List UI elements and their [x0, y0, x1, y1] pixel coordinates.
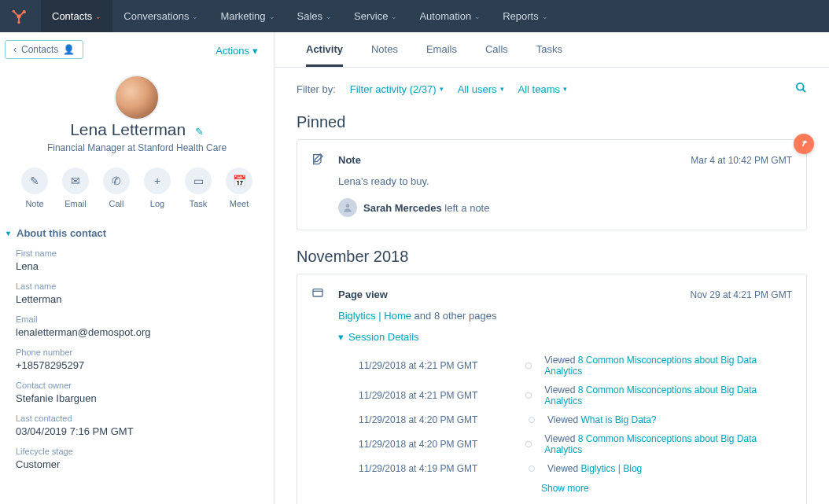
- session-row: 11/29/2018 at 4:21 PM GMTViewed 8 Common…: [359, 381, 792, 410]
- chevron-down-icon: ▾: [252, 45, 258, 57]
- back-label: Contacts: [21, 44, 58, 55]
- field-first-name: First nameLena: [16, 248, 258, 272]
- card-type: Page view: [338, 289, 388, 300]
- chevron-down-icon: ▾: [6, 229, 10, 237]
- back-button[interactable]: ‹ Contacts 👤: [5, 40, 83, 59]
- nav-reports[interactable]: Reports⌄: [492, 0, 559, 32]
- note-action-icon: ✎: [21, 167, 48, 194]
- filter-bar: Filter by: Filter activity (2/37)▾ All u…: [274, 68, 829, 96]
- session-link[interactable]: Biglytics | Blog: [580, 463, 642, 474]
- avatar: [114, 75, 160, 120]
- chevron-down-icon: ⌄: [95, 13, 101, 20]
- filter-teams[interactable]: All teams▾: [518, 83, 567, 95]
- contact-name: Lena Letterman: [70, 120, 186, 138]
- search-icon[interactable]: [795, 82, 807, 96]
- timeline-dot: [529, 417, 535, 423]
- page-link[interactable]: Biglytics | Home: [338, 310, 411, 322]
- session-link[interactable]: 8 Common Misconceptions about Big Data A…: [544, 433, 757, 455]
- session-row: 11/29/2018 at 4:20 PM GMTViewed 8 Common…: [359, 429, 792, 459]
- sidebar: ‹ Contacts 👤 Actions ▾ Lena Letterman ✎ …: [0, 32, 274, 504]
- contact-icon: 👤: [63, 44, 75, 55]
- field-email: Emaillenaletterman@demospot.org: [16, 315, 258, 338]
- page-suffix: and 8 other pages: [411, 310, 496, 322]
- chevron-down-icon: ⌄: [192, 13, 198, 20]
- chevron-down-icon: ▾: [500, 85, 504, 93]
- tab-notes[interactable]: Notes: [371, 43, 398, 67]
- attr-verb: left a note: [444, 202, 489, 214]
- meet-action[interactable]: 📅Meet: [226, 167, 252, 208]
- call-action[interactable]: ✆Call: [103, 167, 130, 208]
- chevron-down-icon: ▾: [440, 85, 444, 93]
- field-last-contacted: Last contacted03/04/2019 7:16 PM GMT: [16, 414, 258, 437]
- timeline-dot: [529, 465, 535, 472]
- meet-action-icon: 📅: [226, 167, 252, 194]
- filter-label: Filter by:: [297, 83, 336, 95]
- field-lifecycle-stage: Lifecycle stageCustomer: [16, 447, 258, 470]
- month-title: November 2018: [274, 230, 829, 274]
- note-action[interactable]: ✎Note: [21, 167, 48, 208]
- field-phone-number: Phone number+18578295297: [16, 348, 258, 371]
- nav-automation[interactable]: Automation⌄: [408, 0, 492, 32]
- chevron-down-icon: ⌄: [391, 13, 397, 20]
- field-contact-owner: Contact ownerStefanie Ibarguen: [16, 381, 258, 404]
- timeline-dot: [525, 441, 532, 447]
- svg-point-5: [346, 204, 350, 208]
- log-action[interactable]: +Log: [144, 167, 171, 208]
- session-link[interactable]: What is Big Data?: [580, 414, 656, 425]
- pageview-card: Page view Nov 29 at 4:21 PM GMT Biglytic…: [297, 274, 807, 504]
- chevron-down-icon: ⌄: [326, 13, 332, 20]
- tab-tasks[interactable]: Tasks: [536, 43, 562, 67]
- card-time: Mar 4 at 10:42 PM GMT: [691, 155, 792, 166]
- nav-contacts[interactable]: Contacts⌄: [41, 0, 112, 32]
- about-toggle[interactable]: ▾ About this contact: [6, 227, 258, 239]
- card-time: Nov 29 at 4:21 PM GMT: [691, 289, 792, 300]
- filter-activity[interactable]: Filter activity (2/37)▾: [350, 83, 444, 95]
- field-last-name: Last nameLetterman: [16, 281, 258, 305]
- nav-conversations[interactable]: Conversations⌄: [112, 0, 209, 32]
- task-action[interactable]: ▭Task: [185, 167, 212, 208]
- main-panel: ActivityNotesEmailsCallsTasks Filter by:…: [274, 32, 829, 504]
- email-action[interactable]: ✉Email: [62, 167, 89, 208]
- session-row: 11/29/2018 at 4:20 PM GMTViewed What is …: [359, 410, 792, 429]
- card-type: Note: [338, 154, 361, 166]
- task-action-icon: ▭: [185, 167, 212, 194]
- nav-marketing[interactable]: Marketing⌄: [209, 0, 286, 32]
- user-avatar-small: [338, 198, 357, 217]
- tab-activity[interactable]: Activity: [306, 43, 343, 67]
- session-link[interactable]: 8 Common Misconceptions about Big Data A…: [544, 384, 757, 407]
- attr-name: Sarah Mercedes: [363, 202, 442, 214]
- note-body: Lena's ready to buy.: [338, 175, 792, 187]
- chevron-down-icon: ▾: [338, 331, 344, 343]
- log-action-icon: +: [144, 167, 171, 194]
- tabs: ActivityNotesEmailsCallsTasks: [274, 32, 829, 68]
- timeline-dot: [525, 362, 532, 369]
- filter-users[interactable]: All users▾: [458, 83, 504, 95]
- pageview-icon: [311, 287, 327, 302]
- session-row: 11/29/2018 at 4:21 PM GMTViewed 8 Common…: [359, 351, 792, 381]
- timeline-dot: [525, 392, 532, 399]
- tab-calls[interactable]: Calls: [485, 43, 508, 67]
- edit-icon[interactable]: ✎: [195, 126, 204, 138]
- call-action-icon: ✆: [103, 167, 130, 194]
- tab-emails[interactable]: Emails: [426, 43, 457, 67]
- chevron-left-icon: ‹: [13, 44, 17, 55]
- chevron-down-icon: ⌄: [269, 13, 275, 20]
- session-link[interactable]: 8 Common Misconceptions about Big Data A…: [544, 355, 757, 377]
- pinned-title: Pinned: [274, 96, 829, 139]
- pin-icon[interactable]: [794, 134, 814, 154]
- pinned-card: Note Mar 4 at 10:42 PM GMT Lena's ready …: [297, 139, 807, 230]
- chevron-down-icon: ⌄: [474, 13, 481, 20]
- actions-button[interactable]: Actions ▾: [216, 45, 258, 57]
- nav-service[interactable]: Service⌄: [343, 0, 408, 32]
- email-action-icon: ✉: [62, 167, 89, 194]
- session-toggle[interactable]: ▾ Session Details: [338, 331, 792, 343]
- svg-point-4: [797, 83, 804, 90]
- logo-icon[interactable]: [11, 9, 27, 24]
- chevron-down-icon: ⌄: [542, 13, 548, 20]
- nav-sales[interactable]: Sales⌄: [286, 0, 344, 32]
- show-more[interactable]: Show more: [541, 483, 792, 494]
- session-row: 11/29/2018 at 4:19 PM GMTViewed Biglytic…: [359, 459, 792, 478]
- note-icon: [311, 153, 327, 167]
- svg-rect-6: [313, 289, 322, 296]
- contact-subtitle: Financial Manager at Stanford Health Car…: [16, 142, 258, 153]
